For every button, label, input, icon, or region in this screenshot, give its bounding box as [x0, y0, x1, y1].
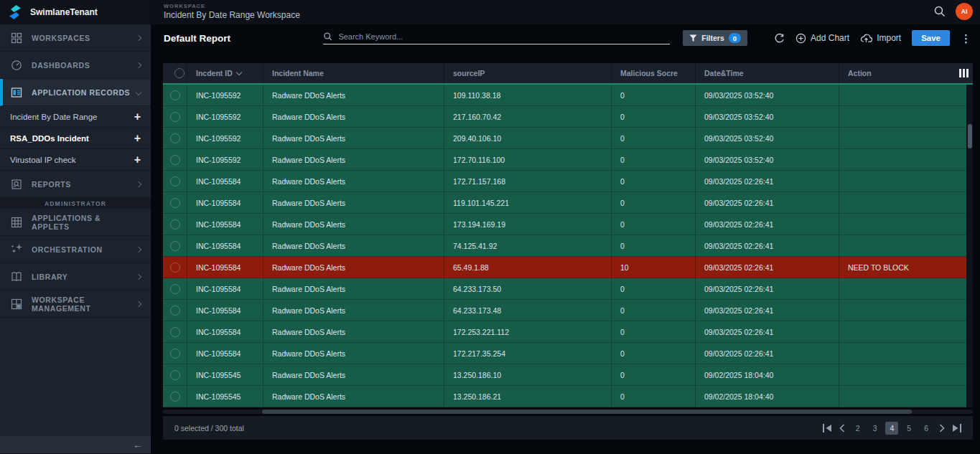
column-header-malicious-score[interactable]: Malicious Socre	[612, 63, 696, 83]
sidebar-item-reports[interactable]: REPORTS	[0, 171, 151, 198]
table-row[interactable]: INC-1095545 Radware DDoS Alerts 13.250.1…	[163, 364, 973, 386]
horizontal-scrollbar-thumb[interactable]	[262, 410, 912, 414]
filters-button[interactable]: Filters 0	[683, 30, 747, 46]
page-number-button[interactable]: 6	[920, 422, 933, 435]
row-radio[interactable]	[170, 349, 180, 359]
row-radio[interactable]	[170, 263, 180, 273]
table-row[interactable]: INC-1095592 Radware DDoS Alerts 217.160.…	[163, 106, 973, 128]
table-row[interactable]: INC-1095584 Radware DDoS Alerts 172.217.…	[163, 343, 973, 364]
table-row[interactable]: INC-1095584 Radware DDoS Alerts 173.194.…	[163, 214, 973, 235]
save-button[interactable]: Save	[912, 30, 950, 46]
table-row[interactable]: INC-1095592 Radware DDoS Alerts 172.70.1…	[163, 149, 973, 171]
table-row[interactable]: INC-1095592 Radware DDoS Alerts 109.110.…	[163, 85, 973, 106]
cell-action	[839, 235, 973, 256]
column-header-incident-name[interactable]: Incident Name	[263, 63, 444, 83]
refresh-button[interactable]	[774, 33, 785, 44]
tenant-name: SwimlaneTenant	[30, 7, 98, 17]
table-row[interactable]: INC-1095584 Radware DDoS Alerts 172.253.…	[163, 321, 973, 343]
record-item-incident-by-date-range[interactable]: Incident By Date Range +	[0, 106, 151, 128]
chevron-right-icon	[136, 301, 141, 306]
kebab-menu-icon[interactable]: ⋮	[961, 33, 971, 44]
cell-source-ip: 172.217.35.254	[444, 343, 612, 364]
cell-datetime: 09/03/2025 03:52:40	[696, 85, 839, 105]
column-header-sourceip[interactable]: sourceIP	[444, 63, 612, 83]
sidebar-item-workspaces[interactable]: WORKSPACES	[0, 24, 151, 52]
cell-incident-id: INC-1095592	[187, 128, 263, 148]
import-button[interactable]: Import	[860, 33, 901, 43]
sidebar-item-orchestration[interactable]: ORCHESTRATION	[0, 236, 151, 263]
main-area: WORKSPACE Incident By Date Range Workspa…	[151, 0, 980, 454]
sidebar-header: SwimlaneTenant	[0, 0, 151, 24]
table-row[interactable]: INC-1095584 Radware DDoS Alerts 64.233.1…	[163, 278, 973, 300]
page-number-button[interactable]: 2	[851, 422, 864, 435]
row-radio[interactable]	[170, 327, 180, 337]
next-page-button[interactable]	[939, 424, 945, 432]
cell-incident-id: INC-1095592	[187, 106, 263, 127]
administrator-section-label: ADMINISTRATOR	[0, 198, 151, 209]
add-record-icon[interactable]: +	[134, 154, 141, 166]
row-radio[interactable]	[170, 392, 180, 402]
workspaces-grid-icon	[10, 32, 23, 44]
row-radio[interactable]	[170, 198, 180, 208]
column-header-action[interactable]: Action	[839, 63, 973, 83]
row-radio[interactable]	[170, 370, 180, 380]
column-header-datetime[interactable]: Date&Time	[696, 63, 839, 83]
global-search-icon[interactable]	[933, 5, 946, 18]
table-row[interactable]: INC-1095584 Radware DDoS Alerts 172.71.1…	[163, 171, 973, 192]
select-all-cell	[163, 63, 187, 83]
cell-action	[839, 278, 973, 299]
row-select-cell	[163, 343, 187, 364]
record-item-rsa-ddos-incident[interactable]: RSA_DDOs Incident +	[0, 128, 151, 149]
row-radio[interactable]	[170, 176, 180, 186]
sidebar-item-label: REPORTS	[32, 180, 71, 189]
column-header-incident-id[interactable]: Incdent ID	[187, 63, 263, 83]
table-row[interactable]: INC-1095584 Radware DDoS Alerts 74.125.4…	[163, 235, 973, 257]
sidebar-item-applications-applets[interactable]: APPLICATIONS & APPLETS	[0, 209, 151, 236]
column-settings-icon[interactable]	[959, 69, 969, 77]
row-radio[interactable]	[170, 306, 180, 316]
sidebar-item-dashboards[interactable]: DASHBOARDS	[0, 52, 151, 79]
table-row[interactable]: INC-1095592 Radware DDoS Alerts 209.40.1…	[163, 128, 973, 149]
vertical-scrollbar-thumb[interactable]	[968, 124, 972, 148]
row-select-cell	[163, 149, 187, 170]
add-record-icon[interactable]: +	[134, 133, 141, 144]
user-avatar[interactable]: AI	[956, 3, 973, 20]
cell-datetime: 09/02/2025 18:04:40	[696, 386, 839, 407]
row-radio[interactable]	[170, 219, 180, 230]
row-radio[interactable]	[170, 133, 180, 143]
cell-action	[839, 386, 973, 407]
add-record-icon[interactable]: +	[134, 111, 141, 123]
cell-datetime: 09/03/2025 03:52:40	[696, 149, 839, 170]
row-radio[interactable]	[170, 90, 180, 100]
collapse-arrow-icon[interactable]: ←	[133, 440, 142, 450]
page-number-button[interactable]: 5	[902, 422, 915, 435]
row-radio[interactable]	[170, 284, 180, 294]
sidebar-item-label: WORKSPACES	[32, 34, 90, 42]
report-toolbar: Default Report Filters 0	[151, 24, 980, 52]
cell-incident-id: INC-1095584	[187, 192, 263, 213]
search-input[interactable]	[338, 32, 670, 41]
last-page-button[interactable]	[951, 424, 961, 432]
row-radio[interactable]	[170, 155, 180, 165]
cell-incident-name: Radware DDoS Alerts	[263, 343, 444, 364]
cell-source-ip: 119.101.145.221	[444, 192, 612, 213]
cell-action	[839, 214, 973, 235]
table-row[interactable]: INC-1095545 Radware DDoS Alerts 13.250.1…	[163, 386, 973, 407]
record-item-virustoal-ip-check[interactable]: Virustoal IP check +	[0, 149, 151, 171]
sidebar-item-workspace-management[interactable]: WORKSPACE MANAGEMENT	[0, 290, 151, 318]
previous-page-button[interactable]	[839, 424, 845, 432]
add-chart-button[interactable]: Add Chart	[795, 33, 849, 44]
page-number-button[interactable]: 3	[869, 422, 882, 435]
table-row[interactable]: INC-1095584 Radware DDoS Alerts 64.233.1…	[163, 300, 973, 321]
cell-datetime: 09/03/2025 03:52:40	[696, 106, 839, 127]
row-radio[interactable]	[170, 241, 180, 251]
sidebar-collapse-bar[interactable]: ←	[0, 436, 151, 454]
sidebar-item-application-records[interactable]: APPLICATION RECORDS	[0, 79, 151, 106]
row-radio[interactable]	[170, 112, 180, 122]
select-all-radio[interactable]	[174, 68, 185, 78]
sidebar-item-library[interactable]: LIBRARY	[0, 263, 151, 290]
table-row[interactable]: INC-1095584 Radware DDoS Alerts 119.101.…	[163, 192, 973, 214]
page-number-button[interactable]: 4	[885, 422, 898, 435]
table-row[interactable]: INC-1095584 Radware DDoS Alerts 65.49.1.…	[163, 257, 973, 278]
first-page-button[interactable]	[823, 424, 833, 432]
